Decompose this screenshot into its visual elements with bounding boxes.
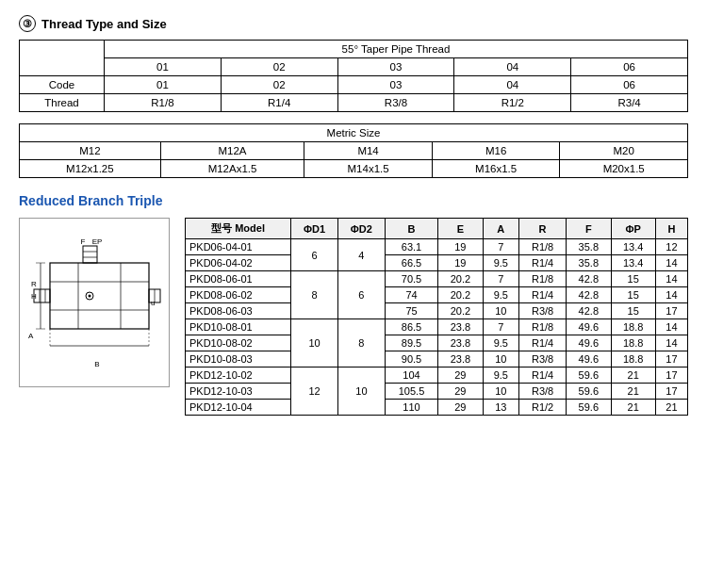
cell-val: 42.8 bbox=[567, 287, 611, 303]
cell-val: 7 bbox=[483, 239, 518, 255]
cell-val: 17 bbox=[655, 368, 687, 384]
col-p: ΦP bbox=[611, 219, 655, 239]
cell-val: R1/8 bbox=[519, 271, 567, 287]
cell-val: 104 bbox=[385, 368, 437, 384]
cell-val: 70.5 bbox=[385, 271, 437, 287]
cell-val: 20.2 bbox=[438, 287, 483, 303]
cell-val: 23.8 bbox=[438, 335, 483, 351]
cell-val: 9.5 bbox=[483, 255, 518, 271]
col-b: B bbox=[385, 219, 437, 239]
cell-d1: 8 bbox=[291, 271, 338, 319]
cell-val: 21 bbox=[655, 400, 687, 416]
cell-model: PKD10-08-01 bbox=[186, 319, 291, 335]
reduced-branch-table: 型号 Model ΦD1 ΦD2 B E A R F ΦP H PKD06-04… bbox=[185, 218, 688, 416]
metric-bot-m12a: M12Ax1.5 bbox=[160, 160, 304, 178]
col-a: A bbox=[483, 219, 518, 239]
cell-val: 66.5 bbox=[385, 255, 437, 271]
cell-val: 19 bbox=[438, 239, 483, 255]
cell-d1: 12 bbox=[291, 368, 338, 416]
thread-val-06: R3/4 bbox=[571, 94, 688, 112]
cell-val: 18.8 bbox=[611, 335, 655, 351]
metric-bot-m14: M14x1.5 bbox=[304, 160, 433, 178]
code-val-01: 01 bbox=[105, 76, 222, 94]
svg-rect-12 bbox=[83, 246, 97, 263]
cell-val: 63.1 bbox=[385, 239, 437, 255]
cell-val: 29 bbox=[438, 400, 483, 416]
code-val-04: 04 bbox=[454, 76, 571, 94]
cell-model: PKD08-06-02 bbox=[186, 287, 291, 303]
code-col-06: 06 bbox=[571, 58, 688, 76]
code-val-03: 03 bbox=[337, 76, 454, 94]
cell-val: 21 bbox=[611, 384, 655, 400]
cell-val: 15 bbox=[611, 303, 655, 319]
cell-val: 49.6 bbox=[567, 319, 611, 335]
cell-val: R1/8 bbox=[519, 239, 567, 255]
cell-val: 10 bbox=[483, 303, 518, 319]
cell-val: 15 bbox=[611, 271, 655, 287]
cell-d1: 6 bbox=[291, 239, 338, 271]
cell-model: PKD10-08-02 bbox=[186, 335, 291, 351]
cell-val: R3/8 bbox=[519, 303, 567, 319]
table-row: PKD12-10-041102913R1/259.62121 bbox=[186, 400, 688, 416]
metric-bot-m20: M20x1.5 bbox=[560, 160, 688, 178]
section-title-text: Thread Type and Size bbox=[41, 17, 167, 31]
cell-d1: 10 bbox=[291, 319, 338, 368]
cell-model: PKD06-04-02 bbox=[186, 255, 291, 271]
section-number: ③ bbox=[19, 15, 36, 32]
cell-val: 17 bbox=[655, 384, 687, 400]
cell-d2: 8 bbox=[337, 319, 385, 368]
table-row: PKD06-04-016463.1197R1/835.813.412 bbox=[186, 239, 688, 255]
cell-val: 49.6 bbox=[567, 351, 611, 368]
table-row: PKD10-08-0289.523.89.5R1/449.618.814 bbox=[186, 335, 688, 351]
code-col-03: 03 bbox=[337, 58, 454, 76]
cell-val: 74 bbox=[385, 287, 437, 303]
cell-val: 18.8 bbox=[611, 351, 655, 368]
cell-val: R1/2 bbox=[519, 400, 567, 416]
cell-val: R1/4 bbox=[519, 368, 567, 384]
cell-d2: 6 bbox=[337, 271, 385, 319]
cell-val: 9.5 bbox=[483, 368, 518, 384]
cell-val: 12 bbox=[655, 239, 687, 255]
cell-val: 110 bbox=[385, 400, 437, 416]
cell-val: 20.2 bbox=[438, 271, 483, 287]
cell-val: 42.8 bbox=[567, 271, 611, 287]
thread-val-04: R1/2 bbox=[454, 94, 571, 112]
col-h: H bbox=[655, 219, 687, 239]
cell-val: 90.5 bbox=[385, 351, 437, 368]
table-row: PKD06-04-0266.5199.5R1/435.813.414 bbox=[186, 255, 688, 271]
cell-val: R1/8 bbox=[519, 319, 567, 335]
component-diagram: F EP R H A B u bbox=[26, 235, 163, 371]
col-d2: ΦD2 bbox=[337, 219, 385, 239]
cell-val: 18.8 bbox=[611, 319, 655, 335]
table-row: PKD12-10-03105.52910R3/859.62117 bbox=[186, 384, 688, 400]
cell-val: 13.4 bbox=[611, 255, 655, 271]
svg-point-27 bbox=[88, 294, 90, 297]
section-title: ③ Thread Type and Size bbox=[19, 15, 688, 32]
cell-val: 19 bbox=[438, 255, 483, 271]
code-col-02: 02 bbox=[221, 58, 337, 76]
cell-val: 86.5 bbox=[385, 319, 437, 335]
metric-top-m20: M20 bbox=[560, 142, 688, 160]
cell-val: 14 bbox=[655, 287, 687, 303]
thread-val-03: R3/8 bbox=[337, 94, 454, 112]
cell-val: R3/8 bbox=[519, 351, 567, 368]
col-r: R bbox=[519, 219, 567, 239]
thread-val-02: R1/4 bbox=[221, 94, 337, 112]
cell-val: 9.5 bbox=[483, 335, 518, 351]
col-model: 型号 Model bbox=[186, 219, 291, 239]
cell-model: PKD12-10-02 bbox=[186, 368, 291, 384]
metric-top-m14: M14 bbox=[304, 142, 433, 160]
cell-model: PKD06-04-01 bbox=[186, 239, 291, 255]
cell-val: 14 bbox=[655, 319, 687, 335]
cell-val: 35.8 bbox=[567, 239, 611, 255]
metric-bot-m16: M16x1.5 bbox=[432, 160, 560, 178]
cell-val: 14 bbox=[655, 335, 687, 351]
cell-model: PKD12-10-04 bbox=[186, 400, 291, 416]
reduced-branch-title: Reduced Branch Triple bbox=[19, 193, 688, 208]
metric-top-m12a: M12A bbox=[160, 142, 304, 160]
metric-size-table: Metric Size M12 M12A M14 M16 M20 M12x1.2… bbox=[19, 123, 688, 178]
svg-text:R: R bbox=[31, 280, 37, 288]
col-d1: ΦD1 bbox=[291, 219, 338, 239]
cell-val: 9.5 bbox=[483, 287, 518, 303]
cell-d2: 10 bbox=[337, 368, 385, 416]
